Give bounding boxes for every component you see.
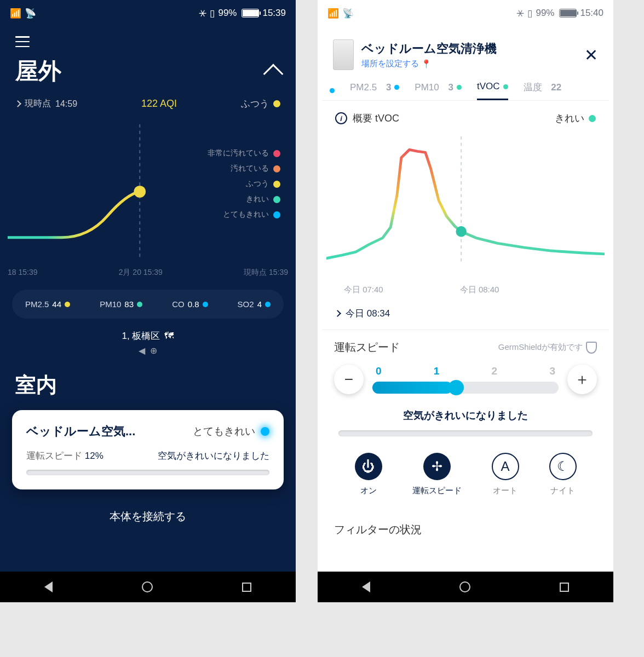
set-location-button[interactable]: 場所を設定する📍	[361, 59, 577, 69]
status-bar: 📶 📡 ⚹ ▯ 99% 15:40	[318, 0, 613, 26]
home-button[interactable]	[459, 581, 470, 592]
home-button[interactable]	[142, 581, 153, 592]
recent-button[interactable]	[560, 583, 569, 592]
chevron-right-icon	[334, 310, 341, 317]
location-pin-icon: 📍	[421, 59, 432, 69]
menu-button[interactable]	[0, 26, 296, 53]
mode-night-button[interactable]: ☾ナイト	[549, 453, 577, 496]
signal-icon: 📶	[327, 8, 339, 19]
device-image	[333, 39, 354, 70]
aqi-legend: 非常に汚れている 汚れている ふつう きれい とてもきれい	[208, 148, 280, 225]
shield-icon	[586, 342, 597, 354]
device-progress	[26, 470, 269, 475]
filter-section-title: フィルターの状況	[322, 516, 609, 537]
vibrate-icon: ▯	[527, 8, 532, 19]
auto-icon: A	[492, 453, 519, 480]
status-time: 15:39	[262, 8, 286, 19]
svg-point-3	[456, 226, 467, 237]
left-screen: 📶 📡 ⚹ ▯ 99% 15:39 屋外 現時点 14:59 122 AQI ふ…	[0, 0, 296, 602]
location-label[interactable]: 1, 板橋区🗺	[0, 319, 296, 345]
status-bar: 📶 📡 ⚹ ▯ 99% 15:39	[0, 0, 296, 26]
speed-title: 運転スピード	[334, 340, 400, 355]
battery-icon	[559, 9, 577, 18]
battery-pct: 99%	[218, 8, 237, 19]
tab-pm25[interactable]: PM2.5 3	[350, 82, 399, 100]
right-screen: 📶 📡 ⚹ ▯ 99% 15:40 ベッドルーム空気清浄機 場所を設定する📍 ✕…	[318, 0, 613, 602]
map-icon: 🗺	[164, 331, 174, 342]
wifi-icon: 📡	[342, 8, 354, 19]
mode-on-button[interactable]: ⏻オン	[355, 453, 382, 496]
tab-temp[interactable]: 温度 22	[524, 81, 562, 100]
chart-x-labels: 18 15:392月 20 15:39現時点 15:39	[0, 266, 296, 290]
power-icon: ⏻	[355, 453, 382, 480]
aqi-value: 122 AQI	[141, 98, 177, 110]
device-title: ベッドルーム空気清浄機	[361, 41, 577, 57]
pollutant-card[interactable]: PM2.5 44 PM10 83 CO0.8 SO2 4	[12, 290, 284, 319]
device-name: ベッドルーム空気...	[26, 423, 135, 440]
tab-pm10[interactable]: PM10 3	[415, 82, 462, 100]
outdoor-title: 屋外	[15, 56, 61, 87]
clean-progress	[338, 430, 593, 436]
chart-x-labels: 今日 07:40今日 08:40	[322, 283, 609, 304]
back-button[interactable]	[362, 581, 370, 592]
recent-button[interactable]	[242, 583, 251, 592]
signal-icon: 📶	[10, 8, 21, 19]
bluetooth-icon: ⚹	[516, 8, 524, 19]
status-time: 15:40	[580, 8, 603, 19]
svg-point-1	[134, 186, 146, 198]
moon-icon: ☾	[549, 453, 577, 480]
tvoc-status: きれい	[555, 112, 596, 125]
bluetooth-icon: ⚹	[199, 8, 206, 19]
android-nav	[0, 572, 296, 602]
speed-minus-button[interactable]: −	[334, 365, 364, 394]
connect-device-button[interactable]: 本体を接続する	[0, 489, 296, 531]
wifi-icon: 📡	[25, 8, 36, 19]
close-button[interactable]: ✕	[584, 45, 598, 65]
device-card[interactable]: ベッドルーム空気... とてもきれい 運転スピード 12% 空気がきれいになりま…	[12, 410, 284, 489]
hamburger-icon	[15, 36, 30, 47]
chevron-up-icon[interactable]	[263, 64, 284, 84]
back-button[interactable]	[44, 581, 53, 592]
speed-slider[interactable]: 0 1 2 3	[372, 365, 559, 394]
chevron-right-icon	[14, 100, 21, 107]
overview-label[interactable]: i 概要 tVOC	[335, 112, 399, 125]
indoor-title: 室内	[0, 367, 296, 410]
germshield-status: GermShieldが有効です	[498, 342, 597, 354]
speed-plus-button[interactable]: ＋	[567, 365, 597, 394]
time-nav[interactable]: 今日 08:34	[322, 304, 609, 330]
mode-auto-button[interactable]: Aオート	[492, 453, 519, 496]
battery-icon	[242, 9, 259, 18]
tab-tvoc[interactable]: tVOC	[477, 81, 508, 100]
clean-message: 空気がきれいになりました	[334, 394, 597, 430]
device-status: とてもきれい	[193, 424, 269, 439]
metric-tabs: PM2.5 3 PM10 3 tVOC 温度 22	[322, 77, 609, 101]
fan-icon: ✢	[423, 453, 451, 480]
android-nav	[318, 572, 613, 602]
battery-pct: 99%	[536, 8, 554, 19]
outdoor-aqi-chart[interactable]: 非常に汚れている 汚れている ふつう きれい とてもきれい	[0, 118, 296, 266]
aqi-status: ふつう	[241, 97, 280, 110]
vibrate-icon: ▯	[210, 8, 215, 19]
tvoc-chart[interactable]	[322, 129, 609, 283]
info-icon: i	[335, 112, 347, 124]
location-actions[interactable]: ◀ ⊕	[0, 345, 296, 367]
mode-speed-button[interactable]: ✢運転スピード	[412, 453, 462, 496]
aqi-time[interactable]: 現時点 14:59	[15, 98, 77, 110]
